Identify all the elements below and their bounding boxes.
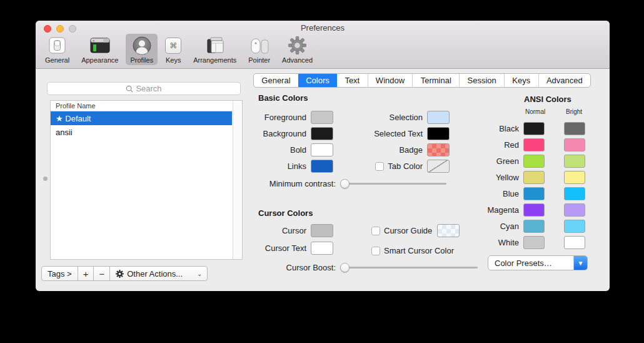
bold-label: Bold [258, 145, 306, 155]
tab-colors[interactable]: Colors [298, 74, 337, 87]
tab-session[interactable]: Session [459, 74, 504, 87]
links-label: Links [258, 161, 306, 171]
tab-color-row: Tab Color [371, 160, 450, 173]
cursor-guide-color-well[interactable] [437, 224, 460, 237]
tab-general[interactable]: General [254, 74, 298, 87]
cursor-guide-label: Cursor Guide [384, 226, 432, 235]
selected-text-label: Selected Text [371, 129, 423, 138]
slider-knob[interactable] [340, 179, 350, 188]
other-actions-button[interactable]: Other Actions... ⌄ [109, 266, 208, 281]
profile-list-footer: Tags > + − Other Actions... ⌄ [41, 266, 208, 281]
bold-color-well[interactable] [311, 143, 333, 156]
profile-tab-bar: General Colors Text Window Terminal Sess… [253, 73, 591, 88]
tab-text[interactable]: Text [337, 74, 367, 87]
bright-column-header: Bright [566, 108, 582, 115]
ansi-bright-well[interactable] [564, 122, 585, 135]
ansi-normal-well[interactable] [523, 236, 545, 249]
close-button[interactable] [44, 25, 51, 33]
profile-list-header[interactable]: Profile Name [51, 101, 242, 111]
toolbar-item-advanced[interactable]: Advanced [278, 34, 317, 65]
tab-keys[interactable]: Keys [504, 74, 538, 87]
ansi-label: Red [483, 140, 519, 150]
minimum-contrast-slider[interactable] [340, 179, 446, 188]
cursor-boost-slider[interactable] [340, 263, 478, 272]
ansi-bright-well[interactable] [564, 220, 585, 233]
appearance-icon: × [90, 35, 110, 56]
toolbar-item-appearance[interactable]: × Appearance [77, 34, 123, 65]
toolbar-item-label: Arrangements [193, 56, 236, 64]
background-label: Background [258, 129, 306, 138]
ansi-bright-well[interactable] [564, 236, 585, 249]
ansi-bright-well[interactable] [564, 187, 585, 200]
ansi-label: White [483, 238, 519, 247]
tab-color-checkbox[interactable] [375, 162, 384, 171]
ansi-normal-well[interactable] [523, 122, 545, 135]
ansi-bright-well[interactable] [564, 171, 585, 184]
smart-cursor-checkbox[interactable] [371, 247, 380, 255]
ansi-normal-well[interactable] [523, 171, 545, 184]
profile-row-default[interactable]: ★ Default [51, 111, 232, 125]
minimize-button[interactable] [56, 25, 64, 33]
chevron-down-icon: ⌄ [197, 270, 202, 277]
cursor-guide-checkbox[interactable] [371, 227, 380, 235]
ansi-normal-well[interactable] [523, 155, 545, 168]
ansi-row-cyan: Cyan [483, 220, 585, 233]
toolbar-item-arrangements[interactable]: Arrangements [189, 34, 241, 65]
ansi-bright-well[interactable] [564, 155, 585, 168]
selection-color-well[interactable] [427, 111, 450, 124]
normal-column-header: Normal [525, 108, 545, 115]
ansi-normal-well[interactable] [523, 220, 545, 233]
window-chrome: Preferences General × Appearance [36, 21, 610, 69]
cursor-row: Cursor [258, 224, 333, 237]
ansi-label: Magenta [483, 205, 519, 215]
foreground-color-well[interactable] [311, 111, 333, 124]
other-actions-label: Other Actions... [127, 269, 183, 279]
toolbar-item-pointer[interactable]: Pointer [244, 34, 274, 65]
add-profile-button[interactable]: + [78, 266, 94, 281]
profile-list-scroller[interactable] [233, 101, 242, 259]
color-presets-dropdown[interactable]: Color Presets… ▼ [488, 255, 588, 270]
tab-terminal[interactable]: Terminal [412, 74, 459, 87]
background-color-well[interactable] [311, 127, 333, 140]
profiles-icon [133, 35, 151, 56]
remove-profile-button[interactable]: − [93, 266, 110, 281]
selected-text-color-well[interactable] [427, 127, 450, 140]
toolbar-item-keys[interactable]: ⌘ Keys [161, 34, 186, 65]
pointer-icon [250, 35, 269, 56]
zoom-button[interactable] [69, 25, 76, 33]
ansi-normal-well[interactable] [523, 187, 545, 200]
search-input[interactable]: Search [47, 82, 241, 95]
badge-color-well[interactable] [427, 143, 450, 156]
gear-icon [116, 270, 124, 278]
toolbar-item-general[interactable]: General [41, 34, 74, 65]
screen: Preferences General × Appearance [0, 0, 644, 343]
tab-window[interactable]: Window [368, 74, 413, 87]
basic-colors-title: Basic Colors [258, 93, 308, 103]
links-color-well[interactable] [311, 160, 333, 173]
ansi-bright-well[interactable] [564, 138, 585, 151]
cursor-guide-row: Cursor Guide [371, 224, 460, 237]
tab-advanced[interactable]: Advanced [538, 74, 590, 87]
cursor-color-well[interactable] [311, 224, 333, 237]
cursor-text-color-well[interactable] [311, 242, 333, 255]
tags-button[interactable]: Tags > [41, 266, 78, 281]
toolbar-item-label: Advanced [282, 56, 313, 64]
ansi-label: Yellow [483, 173, 519, 182]
foreground-label: Foreground [258, 113, 306, 122]
cursor-label: Cursor [258, 226, 306, 235]
ansi-row-red: Red [483, 138, 585, 151]
toolbar: General × Appearance Profiles [41, 34, 317, 68]
preferences-window: Preferences General × Appearance [36, 21, 610, 291]
tab-color-well[interactable] [427, 160, 450, 173]
badge-row: Badge [371, 143, 450, 156]
minimum-contrast-row: Minimum contrast: [258, 177, 478, 190]
pane-resize-handle[interactable] [43, 177, 48, 181]
toolbar-item-label: Profiles [130, 56, 153, 64]
toolbar-item-label: Pointer [248, 56, 270, 64]
ansi-normal-well[interactable] [523, 203, 545, 217]
toolbar-item-profiles[interactable]: Profiles [126, 34, 158, 65]
ansi-normal-well[interactable] [523, 138, 545, 151]
ansi-bright-well[interactable] [564, 203, 585, 217]
slider-knob[interactable] [340, 263, 350, 272]
profile-row-ansii[interactable]: ansii [51, 125, 232, 139]
